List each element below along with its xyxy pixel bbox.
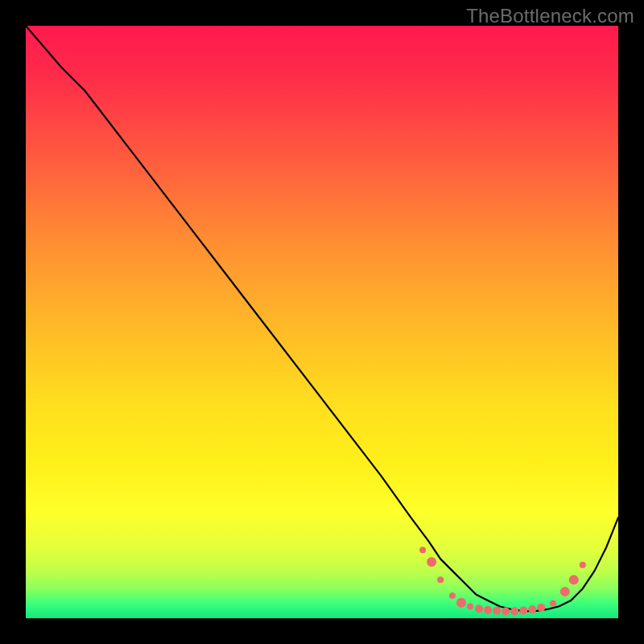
data-point-marker bbox=[456, 598, 466, 608]
data-point-marker bbox=[580, 562, 586, 568]
data-point-marker bbox=[502, 607, 510, 615]
data-point-marker bbox=[475, 605, 483, 613]
data-point-marker bbox=[528, 605, 536, 613]
data-point-marker bbox=[537, 604, 545, 612]
data-point-marker bbox=[437, 576, 444, 583]
chart-frame: TheBottleneck.com bbox=[0, 0, 644, 644]
curve-layer bbox=[26, 26, 618, 618]
data-point-marker bbox=[493, 606, 501, 614]
data-point-marker bbox=[510, 607, 518, 615]
data-point-marker bbox=[467, 603, 473, 609]
bottleneck-curve bbox=[26, 26, 618, 611]
data-point-marker bbox=[550, 601, 556, 607]
data-point-marker bbox=[519, 606, 527, 614]
plot-area bbox=[26, 26, 618, 618]
data-point-marker bbox=[484, 606, 492, 614]
data-point-marker bbox=[569, 575, 579, 584]
data-point-marker bbox=[449, 592, 456, 599]
data-point-marker bbox=[427, 557, 436, 567]
watermark-text: TheBottleneck.com bbox=[466, 5, 634, 27]
data-point-marker bbox=[419, 547, 426, 553]
data-point-marker bbox=[560, 587, 570, 597]
